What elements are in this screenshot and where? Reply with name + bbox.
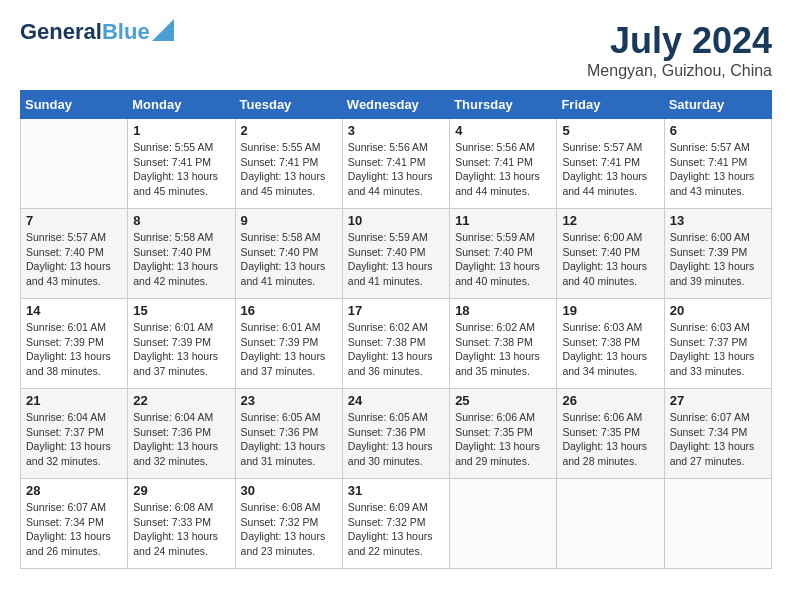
day-number: 21 [26,393,122,408]
day-number: 17 [348,303,444,318]
day-info: Sunrise: 5:59 AM Sunset: 7:40 PM Dayligh… [455,230,551,289]
day-number: 7 [26,213,122,228]
day-info: Sunrise: 6:05 AM Sunset: 7:36 PM Dayligh… [348,410,444,469]
logo-arrow-icon [152,19,174,41]
day-number: 29 [133,483,229,498]
location: Mengyan, Guizhou, China [587,62,772,80]
month-title: July 2024 [587,20,772,62]
day-info: Sunrise: 5:56 AM Sunset: 7:41 PM Dayligh… [455,140,551,199]
calendar-header: SundayMondayTuesdayWednesdayThursdayFrid… [21,91,772,119]
day-number: 31 [348,483,444,498]
day-info: Sunrise: 6:05 AM Sunset: 7:36 PM Dayligh… [241,410,337,469]
day-number: 25 [455,393,551,408]
day-info: Sunrise: 6:00 AM Sunset: 7:40 PM Dayligh… [562,230,658,289]
svg-marker-0 [152,19,174,41]
day-info: Sunrise: 6:02 AM Sunset: 7:38 PM Dayligh… [348,320,444,379]
day-number: 23 [241,393,337,408]
day-info: Sunrise: 6:03 AM Sunset: 7:38 PM Dayligh… [562,320,658,379]
day-number: 1 [133,123,229,138]
day-info: Sunrise: 6:04 AM Sunset: 7:36 PM Dayligh… [133,410,229,469]
calendar-cell: 15Sunrise: 6:01 AM Sunset: 7:39 PM Dayli… [128,299,235,389]
calendar-week-1: 1Sunrise: 5:55 AM Sunset: 7:41 PM Daylig… [21,119,772,209]
calendar-week-5: 28Sunrise: 6:07 AM Sunset: 7:34 PM Dayli… [21,479,772,569]
calendar-cell: 19Sunrise: 6:03 AM Sunset: 7:38 PM Dayli… [557,299,664,389]
calendar-cell: 18Sunrise: 6:02 AM Sunset: 7:38 PM Dayli… [450,299,557,389]
calendar-cell: 14Sunrise: 6:01 AM Sunset: 7:39 PM Dayli… [21,299,128,389]
calendar-table: SundayMondayTuesdayWednesdayThursdayFrid… [20,90,772,569]
calendar-week-4: 21Sunrise: 6:04 AM Sunset: 7:37 PM Dayli… [21,389,772,479]
day-number: 13 [670,213,766,228]
logo: GeneralBlue [20,20,174,44]
day-number: 24 [348,393,444,408]
day-info: Sunrise: 6:02 AM Sunset: 7:38 PM Dayligh… [455,320,551,379]
day-info: Sunrise: 6:01 AM Sunset: 7:39 PM Dayligh… [133,320,229,379]
calendar-cell: 27Sunrise: 6:07 AM Sunset: 7:34 PM Dayli… [664,389,771,479]
day-info: Sunrise: 5:57 AM Sunset: 7:41 PM Dayligh… [670,140,766,199]
calendar-cell: 12Sunrise: 6:00 AM Sunset: 7:40 PM Dayli… [557,209,664,299]
calendar-cell: 20Sunrise: 6:03 AM Sunset: 7:37 PM Dayli… [664,299,771,389]
day-info: Sunrise: 6:00 AM Sunset: 7:39 PM Dayligh… [670,230,766,289]
day-info: Sunrise: 6:06 AM Sunset: 7:35 PM Dayligh… [455,410,551,469]
day-info: Sunrise: 6:06 AM Sunset: 7:35 PM Dayligh… [562,410,658,469]
weekday-header-tuesday: Tuesday [235,91,342,119]
calendar-cell: 21Sunrise: 6:04 AM Sunset: 7:37 PM Dayli… [21,389,128,479]
day-info: Sunrise: 6:04 AM Sunset: 7:37 PM Dayligh… [26,410,122,469]
calendar-cell: 31Sunrise: 6:09 AM Sunset: 7:32 PM Dayli… [342,479,449,569]
calendar-cell: 3Sunrise: 5:56 AM Sunset: 7:41 PM Daylig… [342,119,449,209]
calendar-cell [450,479,557,569]
calendar-cell: 25Sunrise: 6:06 AM Sunset: 7:35 PM Dayli… [450,389,557,479]
weekday-header-sunday: Sunday [21,91,128,119]
calendar-cell: 13Sunrise: 6:00 AM Sunset: 7:39 PM Dayli… [664,209,771,299]
weekday-header-thursday: Thursday [450,91,557,119]
day-info: Sunrise: 5:57 AM Sunset: 7:41 PM Dayligh… [562,140,658,199]
day-number: 10 [348,213,444,228]
calendar-cell: 1Sunrise: 5:55 AM Sunset: 7:41 PM Daylig… [128,119,235,209]
day-number: 12 [562,213,658,228]
day-number: 15 [133,303,229,318]
calendar-cell: 2Sunrise: 5:55 AM Sunset: 7:41 PM Daylig… [235,119,342,209]
day-info: Sunrise: 6:03 AM Sunset: 7:37 PM Dayligh… [670,320,766,379]
calendar-cell: 10Sunrise: 5:59 AM Sunset: 7:40 PM Dayli… [342,209,449,299]
day-info: Sunrise: 5:55 AM Sunset: 7:41 PM Dayligh… [241,140,337,199]
day-number: 26 [562,393,658,408]
day-info: Sunrise: 6:01 AM Sunset: 7:39 PM Dayligh… [241,320,337,379]
day-number: 14 [26,303,122,318]
calendar-cell: 26Sunrise: 6:06 AM Sunset: 7:35 PM Dayli… [557,389,664,479]
day-number: 2 [241,123,337,138]
calendar-cell: 23Sunrise: 6:05 AM Sunset: 7:36 PM Dayli… [235,389,342,479]
day-info: Sunrise: 6:07 AM Sunset: 7:34 PM Dayligh… [670,410,766,469]
day-info: Sunrise: 5:56 AM Sunset: 7:41 PM Dayligh… [348,140,444,199]
calendar-week-2: 7Sunrise: 5:57 AM Sunset: 7:40 PM Daylig… [21,209,772,299]
calendar-cell: 22Sunrise: 6:04 AM Sunset: 7:36 PM Dayli… [128,389,235,479]
logo-text: GeneralBlue [20,20,150,44]
calendar-cell: 9Sunrise: 5:58 AM Sunset: 7:40 PM Daylig… [235,209,342,299]
weekday-header-saturday: Saturday [664,91,771,119]
day-info: Sunrise: 6:09 AM Sunset: 7:32 PM Dayligh… [348,500,444,559]
calendar-cell: 28Sunrise: 6:07 AM Sunset: 7:34 PM Dayli… [21,479,128,569]
day-number: 5 [562,123,658,138]
day-info: Sunrise: 5:58 AM Sunset: 7:40 PM Dayligh… [241,230,337,289]
day-info: Sunrise: 5:57 AM Sunset: 7:40 PM Dayligh… [26,230,122,289]
day-number: 20 [670,303,766,318]
calendar-cell [557,479,664,569]
day-number: 11 [455,213,551,228]
calendar-cell: 8Sunrise: 5:58 AM Sunset: 7:40 PM Daylig… [128,209,235,299]
calendar-cell: 30Sunrise: 6:08 AM Sunset: 7:32 PM Dayli… [235,479,342,569]
day-number: 6 [670,123,766,138]
calendar-cell: 17Sunrise: 6:02 AM Sunset: 7:38 PM Dayli… [342,299,449,389]
day-number: 30 [241,483,337,498]
day-info: Sunrise: 5:59 AM Sunset: 7:40 PM Dayligh… [348,230,444,289]
day-number: 22 [133,393,229,408]
calendar-cell: 11Sunrise: 5:59 AM Sunset: 7:40 PM Dayli… [450,209,557,299]
day-number: 16 [241,303,337,318]
calendar-cell: 7Sunrise: 5:57 AM Sunset: 7:40 PM Daylig… [21,209,128,299]
calendar-cell: 24Sunrise: 6:05 AM Sunset: 7:36 PM Dayli… [342,389,449,479]
calendar-cell: 6Sunrise: 5:57 AM Sunset: 7:41 PM Daylig… [664,119,771,209]
weekday-header-friday: Friday [557,91,664,119]
weekday-header-wednesday: Wednesday [342,91,449,119]
day-number: 28 [26,483,122,498]
day-number: 9 [241,213,337,228]
calendar-cell: 29Sunrise: 6:08 AM Sunset: 7:33 PM Dayli… [128,479,235,569]
calendar-cell [21,119,128,209]
page-header: GeneralBlue July 2024 Mengyan, Guizhou, … [20,20,772,80]
